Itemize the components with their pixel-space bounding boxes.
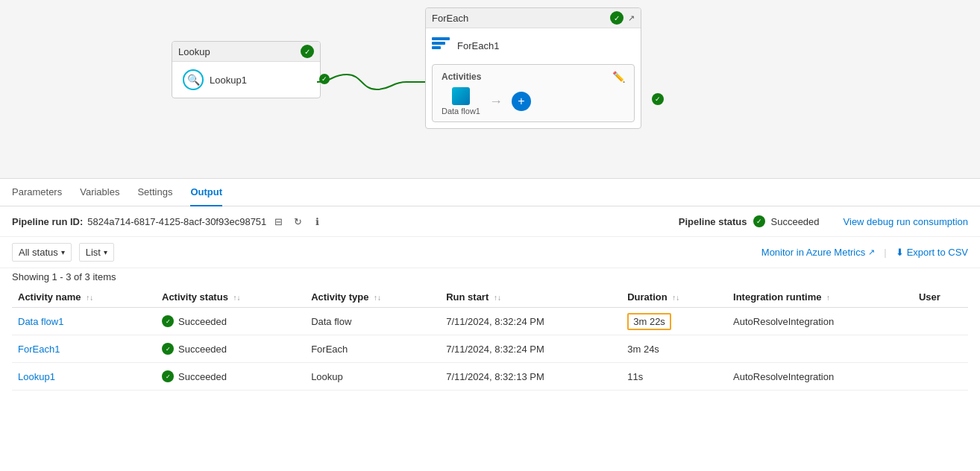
table-row: Lookup1 ✓ Succeeded Lookup 7/11/2024, 8:… — [12, 363, 968, 391]
bottom-panel: Parameters Variables Settings Output Pip… — [0, 179, 980, 471]
tab-parameters[interactable]: Parameters — [12, 179, 62, 206]
info-bar: Pipeline run ID: 5824a714-6817-4125-8acf… — [0, 206, 980, 237]
pipeline-status-icon — [753, 215, 765, 227]
activity-type-cell: Data flow — [305, 308, 440, 335]
col-integration-runtime: Integration runtime ↑ — [727, 284, 913, 308]
run-start-cell: 7/11/2024, 8:32:24 PM — [440, 335, 621, 363]
tab-variables[interactable]: Variables — [80, 179, 119, 206]
activity-status-cell: ✓ Succeeded — [156, 363, 305, 391]
pipeline-canvas: Lookup 🔍 Lookup1 ✓ ForEach ↗ — [0, 0, 980, 179]
status-text: Succeeded — [178, 371, 227, 382]
export-csv-link[interactable]: ⬇ Export to CSV — [896, 247, 968, 258]
duration-cell: 3m 22s — [621, 308, 727, 335]
refresh-button[interactable]: ↻ — [290, 214, 305, 229]
tabs-bar: Parameters Variables Settings Output — [0, 179, 980, 206]
status-text: Succeeded — [178, 316, 227, 327]
col-activity-status: Activity status ↑↓ — [156, 284, 305, 308]
table-header-row: Activity name ↑↓ Activity status ↑↓ Acti… — [12, 284, 968, 308]
tab-output[interactable]: Output — [190, 179, 222, 206]
foreach-activity-name: ForEach1 — [457, 40, 499, 51]
connector-check-icon: ✓ — [319, 74, 330, 84]
pipeline-status-value: Succeeded — [771, 216, 820, 227]
output-toolbar: All status ▾ List ▾ Monitor in Azure Met… — [0, 237, 980, 268]
activity-table-container: Activity name ↑↓ Activity status ↑↓ Acti… — [0, 284, 980, 391]
lookup-node-title: Lookup — [178, 46, 210, 57]
toolbar-right: Monitor in Azure Metrics ↗ | ⬇ Export to… — [761, 247, 968, 258]
toolbar-left: All status ▾ List ▾ — [12, 243, 114, 262]
sort-icon[interactable]: ↑↓ — [233, 294, 241, 302]
run-id-label: Pipeline run ID: — [12, 216, 83, 227]
tab-settings[interactable]: Settings — [137, 179, 172, 206]
foreach-list-icon — [432, 37, 450, 54]
info-button[interactable]: ℹ — [310, 214, 324, 229]
user-cell — [913, 363, 968, 391]
arrow-icon: → — [489, 94, 503, 110]
activities-row: Data flow1 → + — [442, 87, 625, 116]
integration-runtime-cell: AutoResolveIntegration — [727, 308, 913, 335]
activity-table: Activity name ↑↓ Activity status ↑↓ Acti… — [12, 284, 968, 391]
run-id-section: Pipeline run ID: 5824a714-6817-4125-8acf… — [12, 214, 674, 229]
download-icon: ⬇ — [896, 247, 904, 258]
sort-icon[interactable]: ↑↓ — [494, 294, 501, 302]
showing-count: Showing 1 - 3 of 3 items — [0, 268, 980, 284]
lookup-icon: 🔍 — [183, 69, 204, 90]
copy-id-button[interactable]: ⊟ — [271, 214, 286, 229]
chevron-down-icon: ▾ — [61, 248, 65, 256]
table-row: Data flow1 ✓ Succeeded Data flow 7/11/20… — [12, 308, 968, 335]
run-start-cell: 7/11/2024, 8:32:24 PM — [440, 308, 621, 335]
status-label: Pipeline status — [679, 216, 747, 227]
lookup-node-header: Lookup — [172, 42, 320, 62]
activities-label: Activities ✏️ — [442, 71, 625, 83]
activity-name-cell[interactable]: Data flow1 — [12, 308, 156, 335]
foreach-node[interactable]: ForEach ↗ ForEach1 Activities ✏️ — [425, 7, 641, 129]
activity-name-cell[interactable]: ForEach1 — [12, 335, 156, 363]
connector-line — [317, 71, 433, 95]
sort-icon[interactable]: ↑↓ — [374, 294, 381, 302]
foreach-success-icon — [610, 11, 624, 25]
lookup-activity-name: Lookup1 — [210, 75, 247, 86]
activity-type-cell: ForEach — [305, 335, 440, 363]
duration-cell: 11s — [621, 363, 727, 391]
foreach-node-body: ForEach1 Activities ✏️ Data flow1 → + — [426, 28, 641, 128]
right-check-icon: ✓ — [652, 93, 664, 105]
user-cell — [913, 335, 968, 363]
lookup-node[interactable]: Lookup 🔍 Lookup1 — [172, 41, 321, 98]
expand-icon[interactable]: ↗ — [628, 13, 635, 23]
integration-runtime-cell: AutoResolveIntegration — [727, 363, 913, 391]
table-row: ForEach1 ✓ Succeeded ForEach 7/11/2024, … — [12, 335, 968, 363]
chevron-down-icon: ▾ — [104, 248, 107, 256]
separator: | — [884, 247, 886, 258]
foreach-node-title: ForEach — [432, 13, 468, 24]
status-text: Succeeded — [178, 344, 227, 355]
duration-highlight: 3m 22s — [627, 313, 671, 330]
activity-status-cell: ✓ Succeeded — [156, 335, 305, 363]
activity-type-cell: Lookup — [305, 363, 440, 391]
dataflow-label: Data flow1 — [442, 107, 480, 116]
run-start-cell: 7/11/2024, 8:32:13 PM — [440, 363, 621, 391]
dataflow-icon — [452, 87, 470, 105]
sort-icon[interactable]: ↑↓ — [672, 294, 679, 302]
add-activity-button[interactable]: + — [512, 92, 531, 111]
foreach-node-header: ForEach ↗ — [426, 8, 641, 28]
col-activity-name: Activity name ↑↓ — [12, 284, 156, 308]
integration-runtime-cell — [727, 335, 913, 363]
all-status-dropdown[interactable]: All status ▾ — [12, 243, 72, 262]
duration-cell: 3m 24s — [621, 335, 727, 363]
status-icon: ✓ — [162, 343, 174, 355]
view-debug-link[interactable]: View debug run consumption — [844, 216, 968, 227]
sort-icon[interactable]: ↑↓ — [86, 294, 93, 302]
activity-status-cell: ✓ Succeeded — [156, 308, 305, 335]
list-dropdown[interactable]: List ▾ — [79, 243, 114, 262]
edit-icon[interactable]: ✏️ — [612, 71, 625, 83]
col-duration: Duration ↑↓ — [621, 284, 727, 308]
user-cell — [913, 308, 968, 335]
pipeline-status-section: Pipeline status Succeeded View debug run… — [679, 215, 968, 227]
monitor-azure-metrics-link[interactable]: Monitor in Azure Metrics ↗ — [761, 247, 875, 258]
activity-name-cell[interactable]: Lookup1 — [12, 363, 156, 391]
status-icon: ✓ — [162, 370, 174, 382]
external-link-icon: ↗ — [868, 247, 875, 257]
col-user: User — [913, 284, 968, 308]
activities-box: Activities ✏️ Data flow1 → + — [432, 64, 635, 122]
run-id-value: 5824a714-6817-4125-8acf-30f93ec98751 — [87, 216, 266, 227]
sort-icon[interactable]: ↑ — [826, 294, 830, 302]
